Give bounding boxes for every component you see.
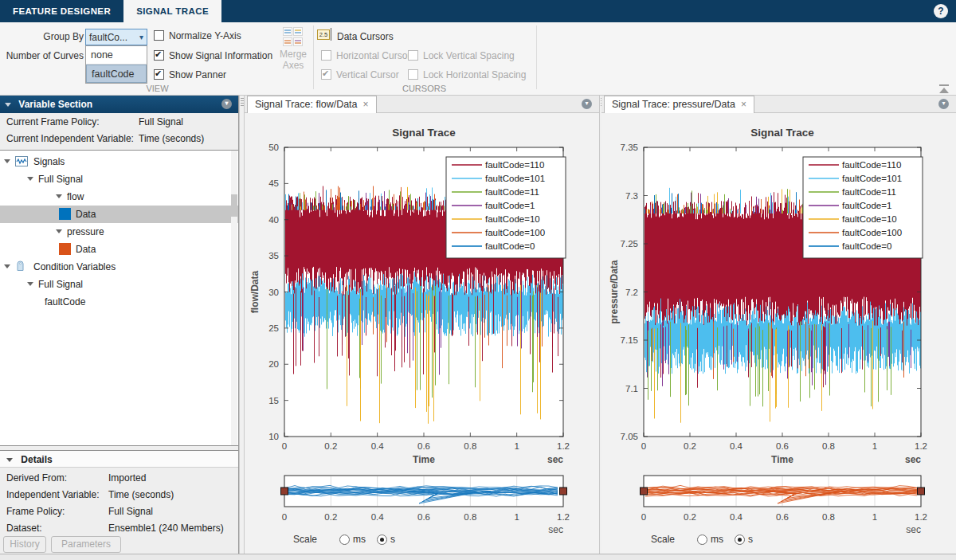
variable-section-panel: Variable Section Current Frame Policy: F…: [0, 96, 239, 554]
tab-menu-icon[interactable]: [582, 99, 592, 109]
data-cursors-icon-bar: [331, 28, 331, 41]
panel-menu-icon[interactable]: [221, 99, 232, 109]
radio-icon: [377, 535, 387, 545]
tree-item-condition-variables[interactable]: Condition Variables: [0, 258, 238, 276]
collapse-triangle-icon: [6, 458, 13, 462]
tree-item-faultcode[interactable]: faultCode: [0, 293, 238, 311]
checkbox-icon: [154, 69, 164, 80]
close-icon[interactable]: ×: [363, 99, 369, 110]
legend-entry-label: faultCode=1: [485, 201, 535, 210]
panner-unit-label: sec: [906, 524, 921, 535]
scale-ms-radio[interactable]: ms: [339, 534, 366, 545]
y-tick-label: 7.1: [625, 384, 638, 394]
expander-icon[interactable]: [27, 282, 33, 286]
option-none[interactable]: none: [86, 46, 147, 65]
collapse-ribbon-icon[interactable]: [938, 84, 950, 94]
panner-right-handle[interactable]: [918, 488, 925, 495]
checkbox-vertical-cursor[interactable]: Vertical Cursor: [321, 69, 399, 80]
scale-ms-radio[interactable]: ms: [697, 534, 723, 545]
y-tick-label: 30: [268, 288, 279, 297]
x-tick-label: 0: [641, 441, 646, 451]
checkbox-show-panner[interactable]: Show Panner: [154, 69, 226, 80]
scale-s-radio[interactable]: s: [377, 534, 395, 545]
checkbox-horizontal-cursor[interactable]: Horizontal Cursor: [321, 49, 410, 61]
tree-item-signals[interactable]: Signals: [0, 153, 238, 170]
help-icon[interactable]: ?: [934, 4, 948, 18]
y-tick-label: 7.35: [621, 143, 638, 152]
close-icon[interactable]: ×: [741, 99, 746, 110]
expander-icon[interactable]: [4, 264, 10, 268]
panner-tick-label: 0.4: [730, 512, 743, 522]
cursors-group-caption: CURSORS: [362, 84, 486, 93]
tab-menu-icon[interactable]: [938, 99, 949, 109]
scale-s-radio[interactable]: s: [735, 534, 753, 545]
panner-tick-label: 1: [514, 512, 519, 522]
legend-entry-label: faultCode=11: [485, 187, 539, 197]
parameters-button[interactable]: Parameters: [51, 536, 121, 553]
data-cursors-label: Data Cursors: [337, 31, 394, 42]
y-tick-label: 7.3: [625, 191, 638, 201]
legend-entry-label: faultCode=0: [842, 241, 891, 251]
history-button[interactable]: History: [3, 536, 46, 553]
tab-signal-trace-flow[interactable]: Signal Trace: flow/Data×: [247, 96, 377, 113]
collapse-triangle-icon: [5, 103, 11, 107]
panner-tick-label: 0: [641, 512, 646, 522]
panner-left-handle[interactable]: [281, 488, 288, 495]
tree-item-cv-full-signal[interactable]: Full Signal: [0, 276, 238, 293]
status-bar: [0, 554, 956, 560]
derived-from-row: Derived From:Imported: [0, 470, 238, 487]
scale-label: Scale: [293, 534, 325, 545]
x-axis-label: Time: [771, 454, 793, 465]
group-by-dropdown[interactable]: faultCo... ▾: [85, 29, 147, 45]
legend-entry-label: faultCode=100: [485, 228, 545, 237]
variable-section-header[interactable]: Variable Section: [0, 96, 238, 113]
checkbox-icon: [321, 50, 331, 61]
checkbox-lock-horizontal-spacing[interactable]: Lock Horizontal Spacing: [408, 69, 526, 80]
legend-entry-label: faultCode=100: [842, 228, 902, 237]
legend-entry-label: faultCode=0: [485, 241, 535, 251]
x-axis-unit: sec: [905, 454, 921, 465]
tree-item-pressure-data[interactable]: Data: [0, 241, 238, 258]
panner-tick-label: 0: [282, 512, 287, 522]
expander-icon[interactable]: [4, 159, 10, 163]
tree-item-full-signal[interactable]: Full Signal: [0, 170, 238, 188]
details-independent-variable-row: Independent Variable:Time (seconds): [0, 487, 238, 503]
x-tick-label: 0.6: [417, 441, 430, 451]
merge-axes-button[interactable]: Merge Axes: [274, 27, 312, 80]
tree-scrollbar[interactable]: [231, 151, 237, 445]
panner-tick-label: 0.6: [417, 512, 430, 522]
tab-signal-trace[interactable]: SIGNAL TRACE: [123, 0, 221, 22]
chart-title: Signal Trace: [750, 127, 814, 139]
expander-icon[interactable]: [27, 177, 33, 181]
radio-icon: [735, 535, 745, 545]
panner-tick-label: 1.2: [915, 512, 927, 522]
checkbox-lock-vertical-spacing[interactable]: Lock Vertical Spacing: [408, 49, 515, 61]
signal-icon: [15, 155, 28, 165]
panner-tick-label: 1: [872, 512, 877, 522]
panner-tick-label: 0.6: [776, 512, 789, 522]
number-of-curves-label: Number of Curves: [3, 50, 84, 61]
panel-splitter[interactable]: [239, 96, 245, 554]
details-frame-policy-row: Frame Policy:Full Signal: [0, 503, 238, 520]
details-header[interactable]: Details: [0, 450, 238, 468]
y-tick-label: 45: [268, 178, 279, 188]
x-tick-label: 1: [514, 441, 519, 451]
option-faultcode[interactable]: faultCode: [86, 65, 147, 83]
chart-title: Signal Trace: [392, 127, 456, 139]
tree-item-flow[interactable]: flow: [0, 188, 238, 206]
checkbox-normalize-y-axis[interactable]: Normalize Y-Axis: [154, 29, 241, 41]
checkbox-show-signal-information[interactable]: Show Signal Information: [154, 49, 272, 61]
y-tick-label: 50: [268, 143, 279, 152]
expander-icon[interactable]: [56, 229, 62, 233]
y-tick-label: 15: [268, 396, 279, 405]
panner-right-handle[interactable]: [560, 488, 567, 495]
tree-item-flow-data[interactable]: Data: [0, 206, 238, 223]
scrollbar-thumb[interactable]: [231, 194, 237, 217]
x-tick-label: 0.8: [464, 441, 476, 451]
expander-icon[interactable]: [56, 194, 62, 198]
ribbon-separator: [536, 25, 537, 89]
tab-signal-trace-pressure[interactable]: Signal Trace: pressure/Data×: [604, 96, 754, 113]
tree-item-pressure[interactable]: pressure: [0, 223, 238, 241]
tab-feature-designer[interactable]: FEATURE DESIGNER: [0, 0, 123, 22]
panner-left-handle[interactable]: [641, 488, 648, 495]
